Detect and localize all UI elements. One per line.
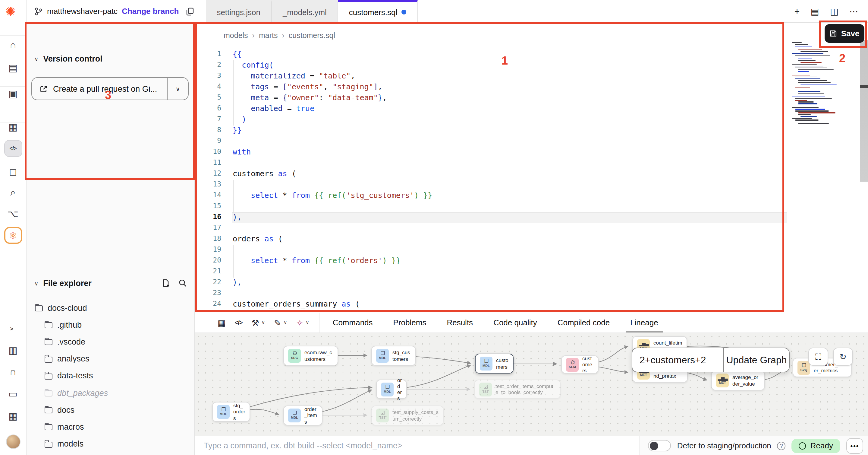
sidebar-dashboard-icon[interactable]: ▦ [4, 118, 22, 135]
more-options-button[interactable]: ••• [846, 438, 863, 454]
bottom-tab-lineage[interactable]: Lineage [630, 313, 658, 333]
minimap[interactable] [787, 23, 860, 313]
scrollbar-thumb[interactable] [860, 85, 868, 88]
command-input[interactable]: Type a command, ex. dbt build --select <… [195, 436, 639, 455]
user-avatar[interactable] [6, 434, 20, 449]
file-tree-item-marts[interactable]: marts [54, 453, 87, 455]
tab-settings.json[interactable]: settings.json [206, 0, 272, 22]
save-button[interactable]: Save [825, 24, 864, 43]
lineage-node-stg_orders[interactable]: ❒MDLstg_orders [212, 402, 250, 422]
code-line-11[interactable]: 11 [195, 158, 787, 169]
bottom-tab-code-quality[interactable]: Code quality [493, 313, 537, 333]
create-pr-main[interactable]: Create a pull request on Gi... [32, 78, 167, 99]
code-line-21[interactable]: 21 [195, 267, 787, 278]
code-line-16[interactable]: 16), [195, 212, 787, 223]
bottom-tab-problems[interactable]: Problems [393, 313, 427, 333]
create-pr-button[interactable]: Create a pull request on Gi... ∨ [31, 77, 189, 100]
results-table-tool[interactable]: ▦ [218, 318, 225, 328]
build-tools-wrench-tool[interactable]: ⚒∨ [251, 318, 265, 328]
lineage-node-test_order_items_compute_to_bools_correctly[interactable]: ☑TSTtest_order_items_compute_to_bools_co… [474, 379, 561, 399]
tab-customers.sql[interactable]: customers.sql [338, 0, 418, 22]
sidebar-warehouse-icon[interactable]: ▦ [4, 407, 22, 424]
sidebar-projects-icon[interactable]: ▭ [4, 385, 22, 402]
notebook-icon[interactable]: ▤ [810, 7, 819, 16]
code-line-9[interactable]: 9 [195, 136, 787, 147]
lineage-node-customers[interactable]: ⌬SEMcustomers [561, 356, 598, 373]
code-line-13[interactable]: 13 [195, 180, 787, 191]
code-line-24[interactable]: 24customer_orders_summary as ( [195, 299, 787, 310]
sidebar-canvas-icon[interactable]: ◻ [4, 163, 22, 180]
minimap-scrollbar[interactable] [860, 40, 868, 182]
lineage-selector-input[interactable]: 2+customers+2 [632, 348, 724, 372]
lineage-node-orders[interactable]: ❒MDLorders [376, 379, 407, 399]
code-line-12[interactable]: 12customers as ( [195, 169, 787, 180]
sidebar-logs-icon[interactable]: ▥ [4, 342, 22, 359]
sidebar-notebook-icon[interactable]: ▤ [4, 59, 22, 76]
lineage-fullscreen-button[interactable]: ⛶ [808, 348, 828, 366]
code-line-19[interactable]: 19 [195, 245, 787, 256]
lineage-node-stg_customers[interactable]: ❒MDLstg_customers [371, 346, 416, 366]
code-line-23[interactable]: 23 [195, 288, 787, 299]
file-tree-item-.vscode[interactable]: .vscode [44, 333, 85, 350]
bottom-tab-results[interactable]: Results [447, 313, 473, 333]
file-tree-item-data-tests[interactable]: data-tests [44, 368, 93, 385]
lint-broom-tool[interactable]: ✎∨ [274, 318, 287, 328]
sidebar-home-icon[interactable]: ⌂ [4, 37, 22, 54]
code-line-3[interactable]: 3 materialized = "table", [195, 71, 787, 82]
sidebar-support-headset-icon[interactable]: ∩ [4, 363, 22, 380]
file-tree-item-docs-cloud[interactable]: docs-cloud [35, 299, 87, 316]
sidebar-orchestration-icon[interactable]: ⌥ [4, 205, 22, 222]
lineage-node-order_items[interactable]: ❒MDLorder_items [283, 405, 322, 425]
code-line-7[interactable]: 7 ) [195, 115, 787, 125]
code-line-10[interactable]: 10with [195, 147, 787, 158]
lineage-node-test_supply_costs_sum_correctly[interactable]: ☑TSTtest_supply_costs_sum_correctly [371, 405, 444, 425]
lineage-node-average_order_value[interactable]: ▂▅▃METaverage_order_value [711, 371, 765, 391]
defer-toggle[interactable] [648, 440, 671, 451]
code-line-17[interactable]: 17 [195, 223, 787, 234]
help-icon[interactable]: ? [777, 442, 786, 450]
bottom-tab-commands[interactable]: Commands [333, 313, 373, 333]
change-branch-link[interactable]: Change branch [122, 7, 179, 16]
search-icon[interactable] [179, 279, 187, 287]
new-file-icon[interactable] [161, 279, 170, 287]
file-tree-item-macros[interactable]: macros [44, 419, 84, 435]
sidebar-inbox-icon[interactable]: ▣ [4, 85, 22, 102]
code-line-15[interactable]: 15 [195, 202, 787, 212]
sidebar-fusion-atom-icon[interactable]: ⚛ [4, 227, 22, 244]
version-control-header[interactable]: ∨ Version control [34, 54, 102, 63]
code-view-tool[interactable]: </> [235, 319, 242, 326]
code-line-1[interactable]: 1{{ [195, 50, 787, 60]
split-view-icon[interactable]: ◫ [830, 7, 838, 16]
tab-_models.yml[interactable]: _models.yml [272, 0, 338, 22]
file-tree-item-analyses[interactable]: analyses [44, 350, 90, 367]
copy-branch-icon[interactable] [185, 7, 194, 16]
bottom-tab-compiled-code[interactable]: Compiled code [558, 313, 610, 333]
sidebar-code-editor-icon[interactable]: </> [4, 140, 22, 157]
more-options-icon[interactable]: ⋯ [849, 7, 858, 16]
code-line-5[interactable]: 5 meta = {"owner": "data-team"}, [195, 93, 787, 104]
pr-dropdown-toggle[interactable]: ∨ [167, 78, 188, 99]
lineage-graph[interactable]: 2+customers+2 Update Graph ⛁SRCecom.raw_… [195, 333, 868, 436]
file-explorer-header[interactable]: ∨ File explorer [34, 279, 92, 288]
code-line-14[interactable]: 14 select * from {{ ref('stg_customers')… [195, 191, 787, 202]
file-tree-item-dbt_packages[interactable]: dbt_packages [44, 385, 108, 401]
sidebar-query-audit-icon[interactable]: ⌕ [4, 184, 22, 201]
lineage-refresh-button[interactable]: ↻ [833, 348, 853, 366]
lineage-node-customers[interactable]: ❒MDLcustomers [475, 353, 514, 373]
code-line-2[interactable]: 2 config( [195, 60, 787, 71]
lineage-node-ecom.raw_customers[interactable]: ⛁SRCecom.raw_customers [283, 346, 338, 366]
file-tree-item-.github[interactable]: .github [44, 316, 82, 333]
code-line-6[interactable]: 6 enabled = true [195, 104, 787, 115]
code-editor[interactable]: models›marts›customers.sql 1{{2 config(3… [195, 23, 868, 313]
new-tab-icon[interactable]: + [795, 7, 800, 16]
code-line-22[interactable]: 22), [195, 278, 787, 288]
copilot-wand-tool[interactable]: ✧∨ [296, 318, 309, 328]
status-badge[interactable]: Ready [792, 438, 840, 453]
update-graph-button[interactable]: Update Graph [724, 348, 789, 372]
code-line-18[interactable]: 18orders as ( [195, 234, 787, 245]
file-tree-item-docs[interactable]: docs [44, 401, 74, 418]
code-line-20[interactable]: 20 select * from {{ ref('orders') }} [195, 256, 787, 267]
code-lines[interactable]: 1{{2 config(3 materialized = "table",4 t… [195, 50, 787, 310]
file-tree-item-models[interactable]: models [44, 435, 84, 452]
sidebar-terminal-icon[interactable]: >_ [4, 320, 22, 337]
